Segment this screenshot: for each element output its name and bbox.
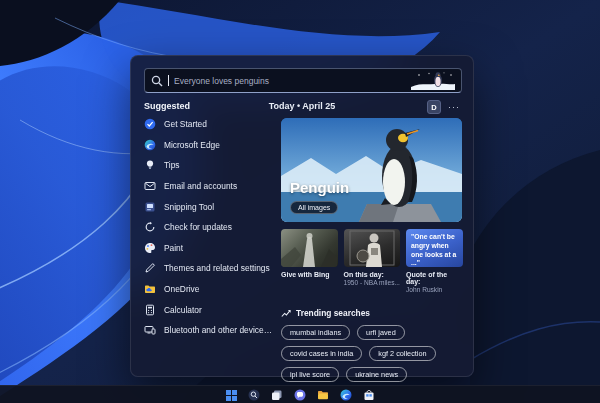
sidebar-item-get-started[interactable]: Get Started: [144, 118, 274, 131]
trending-heading: Trending searches: [296, 308, 370, 318]
trending-pill[interactable]: ipl live score: [281, 367, 339, 382]
pencil-icon: [144, 262, 156, 274]
hero-title: Penguin: [290, 179, 349, 196]
taskbar: [0, 385, 600, 403]
windows-logo-icon: [226, 390, 237, 401]
card-title: Give with Bing: [281, 271, 338, 278]
sidebar-item-microsoft-edge[interactable]: Microsoft Edge: [144, 139, 274, 152]
card-on-this-day[interactable]: On this day: 1950 - NBA miles...: [344, 229, 401, 293]
sidebar-item-calculator[interactable]: Calculator: [144, 303, 274, 316]
search-query-text: Everyone loves penguins: [174, 76, 269, 86]
quote-card: "One can't be angry when one looks at a …: [406, 229, 463, 267]
trending-pills: mumbai indians urfi javed covid cases in…: [281, 325, 462, 382]
trending-pill[interactable]: urfi javed: [357, 325, 405, 340]
card-quote-of-the-day[interactable]: "One can't be angry when one looks at a …: [406, 229, 463, 293]
search-icon: [151, 75, 163, 87]
store-button[interactable]: [362, 388, 376, 402]
search-input[interactable]: Everyone loves penguins: [144, 68, 462, 93]
search-taskbar-icon: [248, 389, 260, 401]
sidebar-item-onedrive[interactable]: OneDrive: [144, 283, 274, 296]
search-flyout-panel: Everyone loves penguins Suggested Today …: [130, 55, 474, 377]
quote-text: "One can't be angry when one looks at a …: [406, 229, 463, 267]
chat-button[interactable]: [293, 388, 307, 402]
sidebar-item-tips[interactable]: Tips: [144, 159, 274, 172]
profile-badge[interactable]: D: [427, 100, 441, 114]
edge-taskbar-icon: [340, 389, 352, 401]
start-button[interactable]: [224, 388, 238, 402]
trending-pill[interactable]: kgf 2 collection: [369, 346, 435, 361]
file-explorer-button[interactable]: [316, 388, 330, 402]
today-cards-row: Give with Bing On this day: 1950 - NBA m…: [281, 229, 463, 293]
trending-pill[interactable]: mumbai indians: [281, 325, 350, 340]
chat-icon: [294, 389, 306, 401]
sidebar-item-paint[interactable]: Paint: [144, 242, 274, 255]
sidebar-item-themes-settings[interactable]: Themes and related settings: [144, 262, 274, 275]
text-caret: [168, 75, 169, 86]
edge-button[interactable]: [339, 388, 353, 402]
hero-image-card[interactable]: Penguin All images: [281, 118, 462, 222]
file-explorer-icon: [317, 389, 329, 401]
calculator-icon: [144, 304, 156, 316]
trending-pill[interactable]: ukraine news: [346, 367, 407, 382]
refresh-icon: [144, 221, 156, 233]
lightbulb-icon: [144, 159, 156, 171]
onedrive-icon: [144, 283, 156, 295]
panel-header: Suggested Today • April 25 D ···: [144, 100, 460, 114]
task-view-icon: [271, 389, 283, 401]
task-view-button[interactable]: [270, 388, 284, 402]
snipping-tool-icon: [144, 201, 156, 213]
store-icon: [363, 389, 375, 401]
devices-icon: [144, 324, 156, 336]
more-options-icon[interactable]: ···: [448, 102, 460, 112]
basketball-player-photo: [344, 229, 401, 267]
card-title: On this day:: [344, 271, 401, 278]
today-panel: Penguin All images Give with Bing On thi…: [281, 118, 462, 222]
trending-searches-section: Trending searches mumbai indians urfi ja…: [281, 308, 462, 382]
suggested-list: Get Started Microsoft Edge Tips Email an…: [144, 118, 274, 337]
get-started-icon: [144, 118, 156, 130]
card-subtitle: 1950 - NBA miles...: [344, 279, 401, 286]
sidebar-item-snipping-tool[interactable]: Snipping Tool: [144, 200, 274, 213]
sidebar-item-email-accounts[interactable]: Email and accounts: [144, 180, 274, 193]
search-button[interactable]: [247, 388, 261, 402]
card-give-with-bing[interactable]: Give with Bing: [281, 229, 338, 293]
sidebar-item-check-updates[interactable]: Check for updates: [144, 221, 274, 234]
penguin-illustration-icon: [411, 71, 455, 90]
trending-pill[interactable]: covid cases in india: [281, 346, 362, 361]
envelope-icon: [144, 180, 156, 192]
trending-up-icon: [281, 309, 291, 318]
charity-photo: [281, 229, 338, 267]
paint-icon: [144, 242, 156, 254]
card-title: Quote of the day:: [406, 271, 463, 285]
edge-icon: [144, 139, 156, 151]
today-date-label: Today • April 25: [144, 101, 460, 111]
sidebar-item-bluetooth-devices[interactable]: Bluetooth and other devices sett...: [144, 324, 274, 337]
desktop: Everyone loves penguins Suggested Today …: [0, 0, 600, 403]
all-images-button[interactable]: All images: [290, 201, 338, 214]
card-subtitle: John Ruskin: [406, 286, 463, 293]
